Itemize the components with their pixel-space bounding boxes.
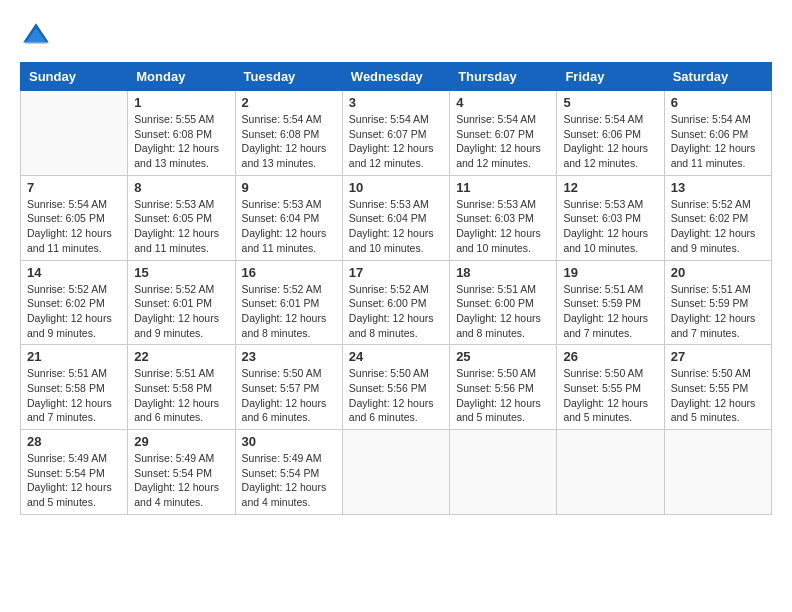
day-cell: 13Sunrise: 5:52 AM Sunset: 6:02 PM Dayli…	[664, 175, 771, 260]
day-cell	[342, 430, 449, 515]
week-row-4: 21Sunrise: 5:51 AM Sunset: 5:58 PM Dayli…	[21, 345, 772, 430]
day-cell: 11Sunrise: 5:53 AM Sunset: 6:03 PM Dayli…	[450, 175, 557, 260]
day-number: 22	[134, 349, 228, 364]
day-info: Sunrise: 5:51 AM Sunset: 6:00 PM Dayligh…	[456, 282, 550, 341]
day-cell	[557, 430, 664, 515]
day-cell: 24Sunrise: 5:50 AM Sunset: 5:56 PM Dayli…	[342, 345, 449, 430]
day-info: Sunrise: 5:52 AM Sunset: 6:01 PM Dayligh…	[242, 282, 336, 341]
header-thursday: Thursday	[450, 63, 557, 91]
day-number: 4	[456, 95, 550, 110]
day-cell: 21Sunrise: 5:51 AM Sunset: 5:58 PM Dayli…	[21, 345, 128, 430]
day-cell: 14Sunrise: 5:52 AM Sunset: 6:02 PM Dayli…	[21, 260, 128, 345]
day-info: Sunrise: 5:49 AM Sunset: 5:54 PM Dayligh…	[134, 451, 228, 510]
day-cell: 28Sunrise: 5:49 AM Sunset: 5:54 PM Dayli…	[21, 430, 128, 515]
day-info: Sunrise: 5:53 AM Sunset: 6:03 PM Dayligh…	[456, 197, 550, 256]
day-info: Sunrise: 5:50 AM Sunset: 5:57 PM Dayligh…	[242, 366, 336, 425]
calendar-header-row: SundayMondayTuesdayWednesdayThursdayFrid…	[21, 63, 772, 91]
day-number: 16	[242, 265, 336, 280]
day-cell	[450, 430, 557, 515]
day-info: Sunrise: 5:54 AM Sunset: 6:06 PM Dayligh…	[671, 112, 765, 171]
day-number: 15	[134, 265, 228, 280]
day-info: Sunrise: 5:50 AM Sunset: 5:55 PM Dayligh…	[563, 366, 657, 425]
day-cell: 9Sunrise: 5:53 AM Sunset: 6:04 PM Daylig…	[235, 175, 342, 260]
day-info: Sunrise: 5:54 AM Sunset: 6:06 PM Dayligh…	[563, 112, 657, 171]
logo	[20, 20, 58, 52]
day-number: 27	[671, 349, 765, 364]
day-number: 23	[242, 349, 336, 364]
day-cell: 4Sunrise: 5:54 AM Sunset: 6:07 PM Daylig…	[450, 91, 557, 176]
day-cell: 23Sunrise: 5:50 AM Sunset: 5:57 PM Dayli…	[235, 345, 342, 430]
day-cell: 3Sunrise: 5:54 AM Sunset: 6:07 PM Daylig…	[342, 91, 449, 176]
day-number: 17	[349, 265, 443, 280]
header-sunday: Sunday	[21, 63, 128, 91]
day-number: 12	[563, 180, 657, 195]
day-number: 30	[242, 434, 336, 449]
day-cell: 25Sunrise: 5:50 AM Sunset: 5:56 PM Dayli…	[450, 345, 557, 430]
day-info: Sunrise: 5:49 AM Sunset: 5:54 PM Dayligh…	[242, 451, 336, 510]
day-number: 26	[563, 349, 657, 364]
day-cell: 15Sunrise: 5:52 AM Sunset: 6:01 PM Dayli…	[128, 260, 235, 345]
day-number: 14	[27, 265, 121, 280]
day-number: 19	[563, 265, 657, 280]
day-cell: 16Sunrise: 5:52 AM Sunset: 6:01 PM Dayli…	[235, 260, 342, 345]
day-number: 24	[349, 349, 443, 364]
day-number: 1	[134, 95, 228, 110]
calendar: SundayMondayTuesdayWednesdayThursdayFrid…	[20, 62, 772, 515]
day-info: Sunrise: 5:52 AM Sunset: 6:02 PM Dayligh…	[27, 282, 121, 341]
day-info: Sunrise: 5:53 AM Sunset: 6:04 PM Dayligh…	[242, 197, 336, 256]
week-row-5: 28Sunrise: 5:49 AM Sunset: 5:54 PM Dayli…	[21, 430, 772, 515]
day-number: 20	[671, 265, 765, 280]
day-cell	[664, 430, 771, 515]
day-cell: 27Sunrise: 5:50 AM Sunset: 5:55 PM Dayli…	[664, 345, 771, 430]
day-cell: 22Sunrise: 5:51 AM Sunset: 5:58 PM Dayli…	[128, 345, 235, 430]
day-cell: 8Sunrise: 5:53 AM Sunset: 6:05 PM Daylig…	[128, 175, 235, 260]
day-info: Sunrise: 5:54 AM Sunset: 6:05 PM Dayligh…	[27, 197, 121, 256]
day-number: 3	[349, 95, 443, 110]
day-number: 7	[27, 180, 121, 195]
week-row-2: 7Sunrise: 5:54 AM Sunset: 6:05 PM Daylig…	[21, 175, 772, 260]
header-friday: Friday	[557, 63, 664, 91]
day-number: 25	[456, 349, 550, 364]
day-cell: 19Sunrise: 5:51 AM Sunset: 5:59 PM Dayli…	[557, 260, 664, 345]
day-number: 13	[671, 180, 765, 195]
day-number: 2	[242, 95, 336, 110]
day-info: Sunrise: 5:51 AM Sunset: 5:59 PM Dayligh…	[563, 282, 657, 341]
logo-icon	[20, 20, 52, 52]
day-cell: 18Sunrise: 5:51 AM Sunset: 6:00 PM Dayli…	[450, 260, 557, 345]
day-info: Sunrise: 5:51 AM Sunset: 5:58 PM Dayligh…	[134, 366, 228, 425]
header-tuesday: Tuesday	[235, 63, 342, 91]
day-number: 11	[456, 180, 550, 195]
day-cell: 5Sunrise: 5:54 AM Sunset: 6:06 PM Daylig…	[557, 91, 664, 176]
header-monday: Monday	[128, 63, 235, 91]
day-cell: 7Sunrise: 5:54 AM Sunset: 6:05 PM Daylig…	[21, 175, 128, 260]
day-number: 29	[134, 434, 228, 449]
day-info: Sunrise: 5:54 AM Sunset: 6:08 PM Dayligh…	[242, 112, 336, 171]
day-info: Sunrise: 5:53 AM Sunset: 6:04 PM Dayligh…	[349, 197, 443, 256]
header	[20, 20, 772, 52]
day-info: Sunrise: 5:52 AM Sunset: 6:01 PM Dayligh…	[134, 282, 228, 341]
day-info: Sunrise: 5:53 AM Sunset: 6:03 PM Dayligh…	[563, 197, 657, 256]
day-cell: 1Sunrise: 5:55 AM Sunset: 6:08 PM Daylig…	[128, 91, 235, 176]
day-info: Sunrise: 5:50 AM Sunset: 5:56 PM Dayligh…	[456, 366, 550, 425]
week-row-1: 1Sunrise: 5:55 AM Sunset: 6:08 PM Daylig…	[21, 91, 772, 176]
day-number: 10	[349, 180, 443, 195]
day-cell	[21, 91, 128, 176]
day-info: Sunrise: 5:52 AM Sunset: 6:00 PM Dayligh…	[349, 282, 443, 341]
week-row-3: 14Sunrise: 5:52 AM Sunset: 6:02 PM Dayli…	[21, 260, 772, 345]
day-info: Sunrise: 5:49 AM Sunset: 5:54 PM Dayligh…	[27, 451, 121, 510]
day-number: 18	[456, 265, 550, 280]
day-number: 28	[27, 434, 121, 449]
day-cell: 10Sunrise: 5:53 AM Sunset: 6:04 PM Dayli…	[342, 175, 449, 260]
day-info: Sunrise: 5:50 AM Sunset: 5:55 PM Dayligh…	[671, 366, 765, 425]
day-cell: 6Sunrise: 5:54 AM Sunset: 6:06 PM Daylig…	[664, 91, 771, 176]
day-info: Sunrise: 5:50 AM Sunset: 5:56 PM Dayligh…	[349, 366, 443, 425]
day-info: Sunrise: 5:51 AM Sunset: 5:58 PM Dayligh…	[27, 366, 121, 425]
day-number: 5	[563, 95, 657, 110]
day-cell: 30Sunrise: 5:49 AM Sunset: 5:54 PM Dayli…	[235, 430, 342, 515]
day-cell: 17Sunrise: 5:52 AM Sunset: 6:00 PM Dayli…	[342, 260, 449, 345]
day-number: 21	[27, 349, 121, 364]
day-cell: 2Sunrise: 5:54 AM Sunset: 6:08 PM Daylig…	[235, 91, 342, 176]
day-info: Sunrise: 5:55 AM Sunset: 6:08 PM Dayligh…	[134, 112, 228, 171]
header-wednesday: Wednesday	[342, 63, 449, 91]
day-info: Sunrise: 5:52 AM Sunset: 6:02 PM Dayligh…	[671, 197, 765, 256]
